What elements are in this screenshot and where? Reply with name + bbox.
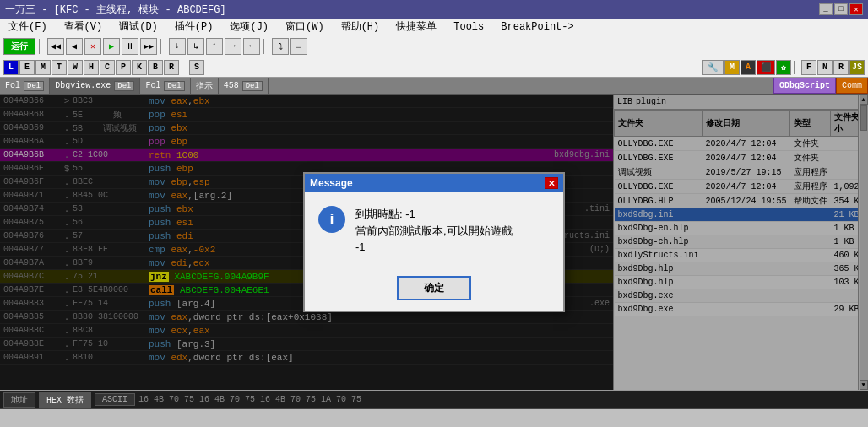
modal-close-btn[interactable]: ✕: [545, 177, 558, 189]
hex-content: 16 4B 70 75 16 4B 70 75 16 4B 70 75 1A 7…: [138, 395, 865, 404]
tb2-cpu-btn[interactable]: A: [741, 60, 756, 75]
menu-help[interactable]: 帮助(H): [336, 18, 385, 35]
panel-del-btn-2[interactable]: Del: [114, 81, 134, 91]
modal-ok-button[interactable]: 确定: [397, 276, 471, 300]
run-button[interactable]: 运行: [3, 38, 35, 55]
title-text: 一万三 - [KFC - 主线程, 模块 - ABCDEFG]: [5, 3, 226, 17]
odbgscript-btn[interactable]: ODbgScript: [773, 78, 836, 94]
tb2-sep2: [794, 61, 799, 74]
modal-dialog: Message ✕ i 到期時點: -1 當前內部測試版本,可以開始遊戲 -1 …: [303, 172, 565, 312]
tb2-flower-btn[interactable]: ✿: [776, 60, 791, 75]
modal-info-icon: i: [318, 206, 345, 233]
toolbar-sep-2: [160, 39, 165, 54]
main-area: 004A9B66 > 8BC3 mov eax,ebx 004A9B68 . 5…: [0, 95, 868, 390]
window-controls: _ □ ✕: [819, 3, 863, 15]
more-btn[interactable]: …: [290, 38, 307, 55]
hex-tab-data[interactable]: HEX 数据: [39, 392, 91, 408]
tb2-R-btn[interactable]: R: [164, 60, 179, 75]
trace-btn[interactable]: ⤵: [272, 38, 289, 55]
panel-tabs: Fol Del Dbgview.exe Del Fol Del 指示 458 D…: [0, 78, 868, 95]
panel-tab-458[interactable]: 458 Del: [219, 78, 269, 94]
panel-tab-fol1[interactable]: Fol Del: [0, 78, 50, 94]
step-over-btn[interactable]: ↳: [187, 38, 204, 55]
modal-overlay: Message ✕ i 到期時點: -1 當前內部測試版本,可以開始遊戲 -1 …: [0, 95, 868, 390]
step-into-btn[interactable]: ↓: [169, 38, 186, 55]
title-bar: 一万三 - [KFC - 主线程, 模块 - ABCDEFG] _ □ ✕: [0, 0, 868, 19]
menu-tools[interactable]: Tools: [448, 19, 489, 35]
modal-title: Message: [310, 177, 353, 189]
tb2-N-btn[interactable]: N: [817, 60, 833, 75]
maximize-btn[interactable]: □: [834, 3, 848, 15]
panel-del-btn-1[interactable]: Del: [24, 81, 44, 91]
restart-btn[interactable]: ◀◀: [47, 38, 64, 55]
tb2-logo-btn[interactable]: ⬛: [757, 60, 775, 75]
tb2-B-btn[interactable]: B: [148, 60, 163, 75]
close-btn[interactable]: ✕: [849, 3, 863, 15]
menu-shortcuts[interactable]: 快捷菜单: [391, 18, 442, 35]
modal-line-3: -1: [355, 239, 513, 256]
tb2-T-btn[interactable]: T: [52, 60, 67, 75]
menu-window[interactable]: 窗口(W): [280, 18, 329, 35]
step-back-btn[interactable]: ◀: [66, 38, 83, 55]
panel-tab-fol2[interactable]: Fol Del: [140, 78, 190, 94]
bottom-section: 地址 HEX 数据 ASCII 16 4B 70 75 16 4B 70 75 …: [0, 390, 868, 427]
tb2-H-btn[interactable]: H: [84, 60, 99, 75]
menu-view[interactable]: 查看(V): [59, 18, 108, 35]
fast-forward-btn[interactable]: ▶▶: [140, 38, 157, 55]
pause-btn[interactable]: ⏸: [122, 38, 138, 55]
hex-tab-addr[interactable]: 地址: [3, 392, 35, 408]
play-btn[interactable]: ▶: [103, 38, 120, 55]
panel-del-btn-3[interactable]: Del: [164, 81, 184, 91]
tab-spacer: [269, 78, 773, 94]
minimize-btn[interactable]: _: [819, 3, 833, 15]
panel-tab-zishi[interactable]: 指示: [191, 78, 219, 94]
tb2-tools-btn[interactable]: 🔧: [702, 60, 724, 75]
stop-btn[interactable]: ✕: [84, 38, 101, 55]
modal-line-1: 到期時點: -1: [355, 206, 513, 223]
toolbar-sep-3: [263, 39, 269, 54]
tb2-R2-btn[interactable]: R: [833, 60, 849, 75]
back-btn[interactable]: ←: [243, 38, 260, 55]
step-out-btn[interactable]: ↑: [206, 38, 223, 55]
tb2-sep: [182, 61, 187, 74]
menu-bar: 文件(F) 查看(V) 调试(D) 插件(P) 选项(J) 窗口(W) 帮助(H…: [0, 19, 868, 35]
menu-options[interactable]: 选项(J): [225, 18, 274, 35]
tb2-L-btn[interactable]: L: [3, 60, 19, 75]
menu-breakpoint[interactable]: BreakPoint->: [496, 19, 578, 35]
modal-content: i 到期時點: -1 當前內部測試版本,可以開始遊戲 -1: [305, 192, 563, 269]
tb2-M-btn[interactable]: M: [35, 60, 51, 75]
tb2-K-btn[interactable]: K: [132, 60, 147, 75]
modal-footer: 确定: [305, 269, 563, 311]
toolbar-1: 运行 ◀◀ ◀ ✕ ▶ ⏸ ▶▶ ↓ ↳ ↑ → ← ⤵ …: [0, 35, 868, 57]
tb2-JS-btn[interactable]: JS: [849, 60, 865, 75]
tb2-E-btn[interactable]: E: [19, 60, 35, 75]
modal-line-2: 當前內部測試版本,可以開始遊戲: [355, 223, 513, 240]
tb2-S-btn[interactable]: S: [189, 60, 204, 75]
hex-panel: 地址 HEX 数据 ASCII 16 4B 70 75 16 4B 70 75 …: [0, 391, 868, 409]
hex-tab-ascii[interactable]: ASCII: [95, 393, 135, 406]
modal-title-bar: Message ✕: [305, 174, 563, 192]
tb2-C-btn[interactable]: C: [100, 60, 115, 75]
panel-del-btn-5[interactable]: Del: [242, 81, 263, 91]
menu-debug[interactable]: 调试(D): [114, 18, 163, 35]
menu-plugin[interactable]: 插件(P): [170, 18, 219, 35]
toolbar-2: L E M T W H C P K B R S 🔧 M A ⬛ ✿ F N R …: [0, 57, 868, 78]
menu-file[interactable]: 文件(F): [3, 18, 52, 35]
comm-btn[interactable]: Comm: [836, 78, 868, 94]
tb2-P-btn[interactable]: P: [116, 60, 131, 75]
panel-tab-dbgview[interactable]: Dbgview.exe Del: [50, 78, 140, 94]
modal-text: 到期時點: -1 當前內部測試版本,可以開始遊戲 -1: [355, 206, 513, 256]
tb2-W-btn[interactable]: W: [68, 60, 83, 75]
toolbar-sep-1: [39, 39, 44, 54]
tb2-F-btn[interactable]: F: [801, 60, 816, 75]
run-to-btn[interactable]: →: [225, 38, 241, 55]
tb2-memory-btn[interactable]: M: [724, 60, 740, 75]
